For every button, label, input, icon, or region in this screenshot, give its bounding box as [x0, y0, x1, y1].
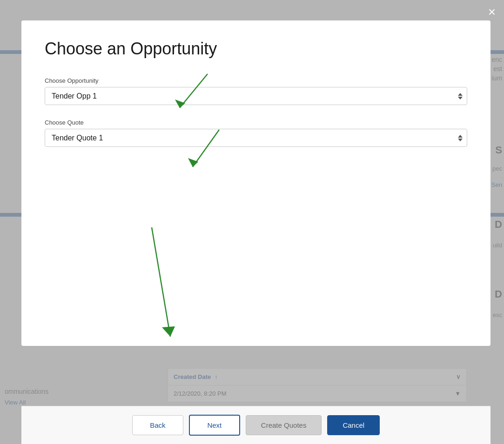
modal-body: Choose an Opportunity Choose Opportunity…	[21, 20, 491, 346]
svg-line-4	[152, 227, 170, 337]
opportunity-field-group: Choose Opportunity Tender Opp 1	[45, 77, 467, 105]
opportunity-select[interactable]: Tender Opp 1	[45, 87, 467, 105]
svg-marker-5	[162, 326, 175, 337]
modal-title: Choose an Opportunity	[45, 39, 467, 59]
quote-select[interactable]: Tender Quote 1	[45, 129, 467, 147]
quote-label: Choose Quote	[45, 119, 467, 126]
opportunity-label: Choose Opportunity	[45, 77, 467, 84]
svg-marker-3	[188, 158, 198, 167]
quote-select-wrapper: Tender Quote 1	[45, 129, 467, 147]
modal-dialog: Choose an Opportunity Choose Opportunity…	[21, 20, 491, 346]
annotation-arrow-3	[124, 225, 208, 346]
quote-field-group: Choose Quote Tender Quote 1	[45, 119, 467, 147]
close-button[interactable]: ×	[488, 6, 496, 19]
opportunity-select-wrapper: Tender Opp 1	[45, 87, 467, 105]
